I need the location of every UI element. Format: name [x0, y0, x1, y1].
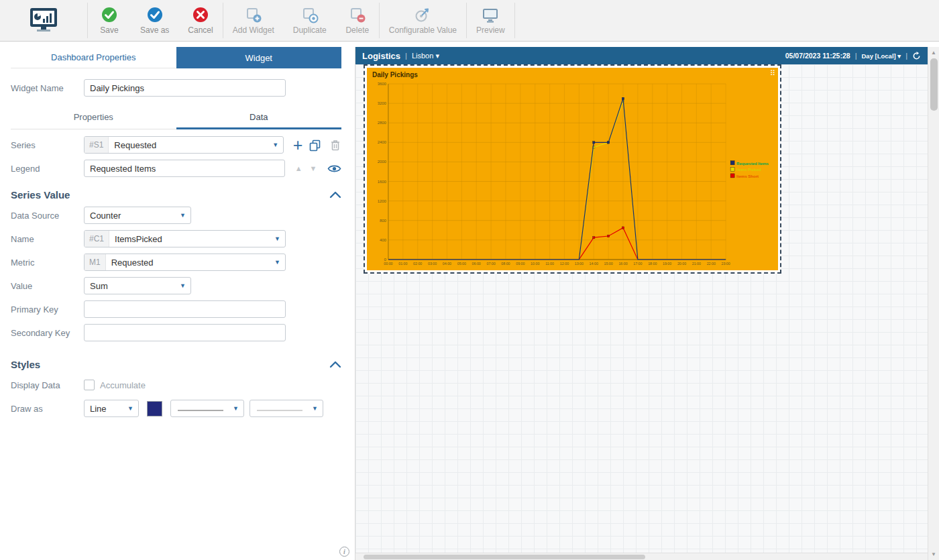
data-source-label: Data Source: [11, 211, 84, 221]
svg-text:00:00: 00:00: [384, 262, 392, 266]
configurable-value-button[interactable]: Configurable Value: [380, 0, 466, 41]
preview-label: Preview: [476, 25, 505, 35]
subtab-data[interactable]: Data: [176, 106, 342, 129]
series-visibility-toggle[interactable]: [327, 164, 341, 174]
series-value-section-title: Series Value: [11, 189, 70, 201]
chevron-up-icon: [329, 361, 341, 368]
svg-text:09:00: 09:00: [516, 262, 524, 266]
duplicate-series-button[interactable]: [309, 139, 321, 152]
svg-text:02:00: 02:00: [413, 262, 422, 266]
subtab-properties[interactable]: Properties: [11, 106, 176, 129]
line-weight-select[interactable]: ▼: [250, 400, 323, 417]
app-logo: [0, 0, 87, 41]
save-as-button[interactable]: Save as: [131, 0, 178, 41]
dashboard-title: Logistics: [362, 51, 400, 61]
data-source-select[interactable]: Counter ▼: [84, 207, 191, 224]
duplicate-button[interactable]: Duplicate: [284, 0, 336, 41]
vertical-scrollbar-thumb[interactable]: [930, 58, 938, 111]
move-series-down-button[interactable]: ▼: [306, 164, 321, 172]
value-aggregation: Sum: [85, 281, 180, 291]
vertical-scrollbar[interactable]: ▲ ▼: [928, 47, 939, 560]
svg-text:19:00: 19:00: [663, 262, 671, 266]
chevron-up-icon: [329, 191, 341, 199]
move-series-up-button[interactable]: ▲: [291, 164, 306, 172]
line-style-preview: [171, 404, 233, 414]
collapse-series-value-button[interactable]: [329, 191, 341, 199]
secondary-key-input[interactable]: [84, 324, 286, 341]
widget-name-input[interactable]: [84, 79, 286, 97]
horizontal-scrollbar[interactable]: [355, 553, 928, 560]
svg-text:06:00: 06:00: [472, 262, 481, 266]
save-check-icon: [101, 6, 118, 23]
metric-value: Requested: [106, 258, 274, 268]
secondary-key-label: Secondary Key: [11, 328, 84, 338]
primary-key-label: Primary Key: [11, 304, 84, 315]
display-data-label: Display Data: [11, 380, 84, 390]
add-series-button[interactable]: +: [290, 136, 306, 154]
svg-text:2400: 2400: [378, 140, 387, 144]
svg-text:Items Picked: Items Picked: [736, 168, 761, 172]
save-as-check-icon: [146, 6, 164, 23]
info-icon[interactable]: i: [339, 547, 349, 557]
svg-text:12:00: 12:00: [560, 262, 569, 266]
svg-text:1200: 1200: [378, 199, 387, 203]
scroll-up-arrow[interactable]: ▲: [931, 47, 936, 58]
selected-widget[interactable]: Daily Pickings ⠿ 04008001200160020002400…: [364, 64, 781, 274]
chevron-down-icon: ▼: [274, 259, 280, 266]
chevron-down-icon: ▼: [233, 405, 239, 412]
location-value: Lisbon: [412, 52, 433, 60]
svg-text:20:00: 20:00: [677, 262, 686, 266]
primary-key-input[interactable]: [84, 300, 286, 318]
duplicate-icon: [301, 6, 319, 23]
svg-text:16:00: 16:00: [618, 262, 627, 266]
tab-dashboard-properties[interactable]: Dashboard Properties: [11, 47, 176, 68]
draw-as-select[interactable]: Line ▼: [84, 400, 139, 417]
svg-text:18:00: 18:00: [648, 262, 657, 266]
counter-prefix: #C1: [85, 231, 109, 247]
svg-text:05:00: 05:00: [457, 262, 466, 266]
widget-drag-handle[interactable]: ⠿: [770, 69, 775, 78]
line-color-swatch[interactable]: [147, 401, 162, 416]
preview-monitor-icon: [482, 6, 499, 23]
svg-text:15:00: 15:00: [604, 262, 613, 266]
tab-widget[interactable]: Widget: [176, 47, 342, 68]
add-widget-icon: [245, 6, 262, 23]
delete-series-button[interactable]: [329, 139, 341, 152]
svg-text:2000: 2000: [378, 160, 387, 164]
preview-button[interactable]: Preview: [467, 0, 514, 41]
delete-button[interactable]: Delete: [336, 0, 379, 41]
svg-text:22:00: 22:00: [707, 262, 716, 266]
add-widget-button[interactable]: Add Widget: [223, 0, 284, 41]
name-label: Name: [11, 234, 84, 244]
metric-select[interactable]: M1 Requested ▼: [84, 254, 286, 271]
accumulate-checkbox[interactable]: [84, 380, 95, 390]
horizontal-scrollbar-thumb[interactable]: [364, 555, 645, 559]
series-label: Series: [11, 140, 84, 150]
svg-text:3600: 3600: [378, 82, 387, 86]
toolbar: Save Save as Cancel Add Widget Duplicate: [0, 0, 939, 42]
save-button[interactable]: Save: [88, 0, 131, 41]
svg-text:11:00: 11:00: [545, 262, 554, 266]
legend-input[interactable]: [84, 160, 285, 177]
counter-name-select[interactable]: #C1 ItemsPicked ▼: [84, 230, 286, 247]
delete-label: Delete: [345, 25, 369, 35]
series-select[interactable]: #S1 Requested ▼: [84, 136, 284, 154]
refresh-icon[interactable]: [912, 52, 921, 60]
period-dropdown[interactable]: Day [Local] ▾: [862, 52, 901, 60]
eye-icon: [327, 164, 341, 174]
value-aggregation-select[interactable]: Sum ▼: [84, 277, 191, 294]
chevron-down-icon: ▼: [127, 405, 133, 412]
collapse-styles-button[interactable]: [329, 361, 341, 368]
svg-text:2800: 2800: [378, 121, 387, 125]
legend-label: Legend: [11, 164, 84, 174]
styles-section-title: Styles: [11, 359, 40, 370]
line-style-select[interactable]: ▼: [170, 400, 244, 417]
copy-icon: [309, 139, 321, 152]
location-dropdown[interactable]: Lisbon ▾: [412, 52, 439, 60]
dashboard-canvas[interactable]: Daily Pickings ⠿ 04008001200160020002400…: [355, 64, 928, 553]
svg-text:3200: 3200: [378, 101, 387, 105]
value-label: Value: [11, 281, 84, 291]
scroll-down-arrow[interactable]: ▼: [931, 549, 936, 560]
header-separator: |: [405, 52, 407, 60]
cancel-button[interactable]: Cancel: [178, 0, 222, 41]
